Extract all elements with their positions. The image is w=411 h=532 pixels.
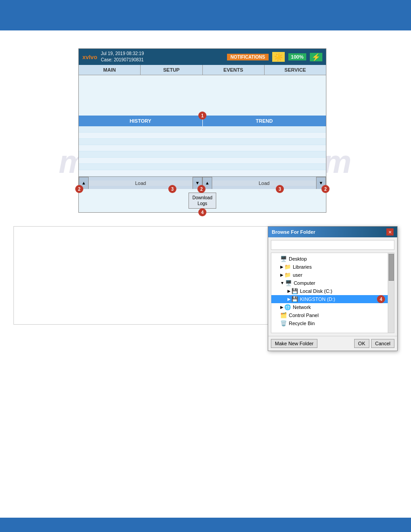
device-logo: xvIvo — [82, 54, 97, 60]
badge-2-right: 2 — [321, 185, 330, 193]
tree-item-user[interactable]: ▶ 📁 user — [271, 271, 394, 279]
data-row — [79, 139, 326, 145]
badge-3-left: 3 — [168, 185, 176, 193]
kingston-icon: 💾 — [291, 296, 298, 302]
browse-for-folder-dialog: Browse For Folder ✕ 🖥️ Desktop ▶ 📁 Libra… — [268, 226, 398, 351]
data-row — [79, 170, 326, 176]
device-main-area — [79, 75, 326, 116]
network-icon: 🌐 — [284, 304, 291, 310]
cancel-button[interactable]: Cancel — [371, 339, 394, 348]
lower-section: Browse For Folder ✕ 🖥️ Desktop ▶ 📁 Libra… — [13, 226, 398, 325]
tree-label-local-disk: Local Disk (C:) — [300, 288, 332, 294]
data-row — [79, 126, 326, 133]
device-screen: xvIvo Jul 19, 2019 08:32:19 Case: 201907… — [78, 48, 326, 213]
data-row — [79, 164, 326, 170]
battery-percent: 100% — [291, 54, 304, 60]
tree-item-desktop[interactable]: 🖥️ Desktop — [271, 255, 394, 263]
load-controls-wrapper: ▲ Load ▼ ▲ Load ▼ 2 3 2 3 2 — [79, 176, 326, 189]
data-rows — [79, 126, 326, 176]
expand-icon: ▶ — [280, 273, 283, 277]
load-label-left: Load — [89, 180, 193, 186]
browse-title-text: Browse For Folder — [272, 229, 315, 235]
load-label-right: Load — [212, 180, 316, 186]
local-disk-icon: 💾 — [291, 288, 298, 294]
browse-buttons: Make New Folder OK Cancel — [271, 339, 394, 348]
recycle-bin-icon: 🗑️ — [280, 320, 287, 326]
badge-2-center: 2 — [197, 185, 206, 193]
download-logs-button[interactable]: DownloadLogs — [188, 193, 216, 209]
badge-2-left: 2 — [75, 185, 83, 193]
expand-icon: ▶ — [280, 265, 283, 269]
tree-item-network[interactable]: ▶ 🌐 Network — [271, 303, 394, 311]
tree-label-kingston: KINGSTON (D:) — [300, 296, 335, 302]
power-icon: ⚡ — [310, 53, 322, 61]
load-right: ▲ Load ▼ — [202, 177, 326, 189]
tree-scrollbar-thumb[interactable] — [389, 254, 394, 281]
sun-icon: ☀️ — [272, 52, 285, 62]
device-header-center: NOTIFICATIONS ☀️ 100% ⚡ — [227, 52, 322, 62]
trend-label: TREND — [256, 118, 273, 124]
load-left: ▲ Load ▼ — [79, 177, 202, 189]
tree-scrollbar[interactable] — [388, 253, 394, 333]
badge-3-right: 3 — [276, 185, 284, 193]
tree-item-kingston[interactable]: ▶ 💾 KINGSTON (D:) 4 — [271, 295, 394, 303]
ok-cancel-buttons: OK Cancel — [354, 339, 394, 348]
libraries-icon: 📁 — [284, 264, 291, 270]
history-trend-wrapper: HISTORY TREND 1 — [79, 116, 326, 126]
tree-label-recycle-bin: Recycle Bin — [289, 321, 315, 326]
device-header: xvIvo Jul 19, 2019 08:32:19 Case: 201907… — [79, 49, 326, 65]
data-row — [79, 145, 326, 151]
data-row — [79, 158, 326, 164]
data-row — [79, 151, 326, 158]
expand-icon-network: ▶ — [280, 305, 283, 309]
device-datetime: Jul 19, 2019 08:32:19 — [101, 51, 144, 57]
history-label: HISTORY — [130, 118, 151, 124]
expand-icon-d: ▶ — [287, 297, 291, 301]
lower-left-content — [13, 226, 278, 325]
tree-label-network: Network — [293, 305, 311, 310]
ok-button[interactable]: OK — [354, 339, 369, 348]
tree-label-control-panel: Control Panel — [289, 313, 319, 318]
tree-item-computer[interactable]: ▼ 🖥️ Computer — [271, 279, 394, 287]
tab-events[interactable]: EVENTS — [203, 65, 265, 75]
tree-item-recycle-bin[interactable]: 🗑️ Recycle Bin — [271, 319, 394, 327]
tree-item-control-panel[interactable]: 🗂️ Control Panel — [271, 311, 394, 319]
browse-address-bar[interactable] — [271, 240, 394, 250]
browse-tree: 🖥️ Desktop ▶ 📁 Libraries ▶ 📁 user — [271, 253, 394, 333]
browse-tree-inner: 🖥️ Desktop ▶ 📁 Libraries ▶ 📁 user — [271, 253, 394, 329]
device-case: Case: 201907190831 — [101, 57, 144, 63]
user-icon: 📁 — [284, 272, 291, 278]
computer-icon: 🖥️ — [285, 280, 292, 286]
battery-indicator: 100% — [288, 53, 306, 60]
device-date-case: Jul 19, 2019 08:32:19 Case: 201907190831 — [101, 51, 144, 63]
tree-item-libraries[interactable]: ▶ 📁 Libraries — [271, 263, 394, 271]
tree-item-local-disk[interactable]: ▶ 💾 Local Disk (C:) — [271, 287, 394, 295]
make-new-folder-button[interactable]: Make New Folder — [271, 339, 317, 348]
notifications-button[interactable]: NOTIFICATIONS — [227, 54, 269, 60]
browse-title-bar: Browse For Folder ✕ — [268, 227, 397, 237]
browse-close-button[interactable]: ✕ — [386, 228, 394, 236]
tab-main[interactable]: MAIN — [79, 65, 141, 75]
tree-label-computer: Computer — [294, 280, 315, 286]
tab-setup[interactable]: SETUP — [141, 65, 202, 75]
badge-4-kingston: 4 — [377, 295, 385, 303]
browse-buttons-area: Make New Folder OK Cancel — [268, 336, 397, 351]
control-panel-icon: 🗂️ — [280, 312, 287, 318]
trend-section: TREND — [203, 116, 326, 126]
bottom-banner — [0, 518, 411, 532]
history-section: HISTORY — [79, 116, 203, 126]
data-row — [79, 133, 326, 139]
badge-4: 4 — [198, 208, 206, 216]
top-banner — [0, 0, 411, 30]
tree-label-libraries: Libraries — [293, 264, 312, 270]
tree-label-user: user — [293, 272, 302, 278]
expand-icon-c: ▶ — [287, 289, 291, 293]
tree-label-desktop: Desktop — [289, 256, 307, 262]
badge-1: 1 — [198, 112, 206, 120]
device-nav: MAIN SETUP EVENTS SERVICE — [79, 65, 326, 75]
desktop-icon: 🖥️ — [280, 256, 287, 262]
tab-service[interactable]: SERVICE — [265, 65, 326, 75]
expand-icon-down: ▼ — [280, 281, 284, 285]
